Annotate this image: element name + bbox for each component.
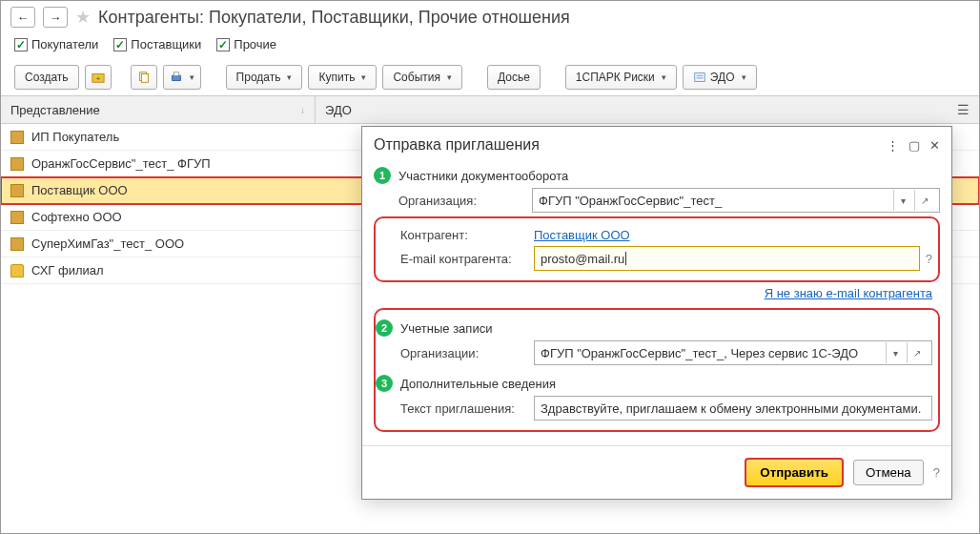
forward-button[interactable]: → [43, 7, 68, 28]
filter-label: Поставщики [131, 37, 201, 51]
filter-label: Прочие [234, 37, 276, 51]
item-icon [10, 184, 24, 197]
new-folder-button[interactable]: + [85, 65, 112, 90]
item-label: ИП Покупатель [31, 130, 119, 144]
contractor-link[interactable]: Поставщик ООО [534, 228, 630, 242]
checkbox-icon [216, 38, 230, 51]
copy-button[interactable] [131, 65, 157, 90]
item-icon [10, 237, 24, 251]
unknown-email-link[interactable]: Я не знаю e-mail контрагента [765, 286, 932, 300]
cancel-button[interactable]: Отмена [853, 460, 924, 485]
step-1-label: Участники документооборота [398, 169, 568, 183]
step-1-badge: 1 [374, 167, 391, 184]
close-icon[interactable]: ✕ [929, 138, 940, 153]
maximize-icon[interactable]: ▢ [909, 138, 920, 153]
create-button[interactable]: Создать [14, 65, 79, 90]
dossier-button[interactable]: Досье [487, 65, 541, 90]
item-label: СуперХимГаз"_тест_ ООО [31, 236, 184, 251]
dropdown-icon[interactable]: ▾ [893, 190, 912, 211]
folder-plus-icon: + [92, 71, 105, 84]
svg-rect-6 [695, 73, 705, 82]
folder-icon [10, 264, 24, 277]
button-label: Продать [236, 71, 281, 84]
item-icon [10, 211, 24, 224]
svg-rect-3 [141, 74, 148, 83]
button-label: 1СПАРК Риски [576, 71, 655, 84]
page-title: Контрагенты: Покупатели, Поставщики, Про… [98, 8, 570, 28]
button-label: События [393, 71, 440, 84]
column-label: ЭДО [325, 103, 352, 117]
accounts-input[interactable]: ФГУП "ОранжГосСервис"_тест_, Через серви… [534, 340, 932, 365]
email-value: prosto@mail.ru [541, 252, 624, 266]
send-button[interactable]: Отправить [745, 458, 844, 487]
svg-rect-4 [172, 75, 180, 80]
sort-indicator-icon: ↓ [300, 105, 305, 115]
filter-suppliers[interactable]: Поставщики [113, 37, 201, 51]
org-label: Организация: [398, 194, 532, 208]
button-label: Создать [25, 71, 69, 84]
invite-text-value: Здравствуйте, приглашаем к обмену электр… [541, 401, 921, 416]
accounts-value: ФГУП "ОранжГосСервис"_тест_, Через серви… [541, 346, 858, 360]
item-label: Поставщик ООО [31, 183, 128, 197]
column-label: Представление [10, 103, 100, 117]
printer-icon [170, 71, 183, 84]
filter-buyers[interactable]: Покупатели [14, 37, 98, 51]
invite-text-label: Текст приглашения: [400, 401, 534, 416]
step-2-label: Учетные записи [400, 321, 492, 336]
button-label: ЭДО [710, 71, 735, 84]
filter-label: Покупатели [31, 37, 98, 51]
step-2-badge: 2 [376, 319, 393, 337]
item-icon [10, 157, 24, 171]
list-view-icon[interactable]: ☰ [957, 102, 970, 117]
item-label: ОранжГосСервис"_тест_ ФГУП [31, 156, 211, 171]
email-input[interactable]: prosto@mail.ru [534, 246, 920, 271]
buy-button[interactable]: Купить [308, 65, 377, 90]
column-header-edo[interactable]: ЭДО ☰ [316, 96, 979, 123]
email-label: E-mail контрагента: [400, 252, 534, 266]
spark-risks-button[interactable]: 1СПАРК Риски [565, 65, 677, 90]
highlight-contractor-block: Контрагент: Поставщик ООО E-mail контраг… [374, 216, 940, 282]
help-icon[interactable]: ? [933, 465, 940, 480]
edo-button[interactable]: ЭДО [683, 65, 757, 90]
checkbox-icon [14, 38, 28, 51]
invite-text-input[interactable]: Здравствуйте, приглашаем к обмену электр… [534, 396, 932, 421]
filter-others[interactable]: Прочие [216, 37, 276, 51]
send-invitation-dialog: Отправка приглашения ⋮ ▢ ✕ 1 Участники д… [361, 126, 952, 500]
print-button[interactable] [163, 65, 201, 90]
step-3-badge: 3 [376, 375, 393, 392]
button-label: Купить [318, 71, 355, 84]
highlight-accounts-block: 2 Учетные записи Организации: ФГУП "Оран… [374, 308, 940, 432]
copy-icon [137, 71, 151, 84]
open-icon[interactable]: ↗ [914, 190, 933, 211]
svg-rect-5 [174, 72, 178, 76]
back-button[interactable]: ← [10, 7, 35, 28]
dropdown-icon[interactable]: ▾ [886, 342, 905, 363]
step-3-label: Дополнительные сведения [400, 377, 556, 391]
item-icon [10, 131, 24, 144]
events-button[interactable]: События [382, 65, 462, 90]
sell-button[interactable]: Продать [226, 65, 303, 90]
text-cursor [625, 252, 626, 265]
column-header-name[interactable]: Представление ↓ [1, 96, 316, 123]
item-label: Софтехно ООО [31, 210, 122, 224]
open-icon[interactable]: ↗ [907, 342, 926, 363]
more-icon[interactable]: ⋮ [887, 138, 899, 153]
item-label: СХГ филиал [31, 263, 104, 277]
button-label: Досье [498, 71, 530, 84]
org-value: ФГУП "ОранжГосСервис"_тест_ [539, 194, 722, 208]
dialog-title: Отправка приглашения [374, 136, 540, 154]
help-icon[interactable]: ? [926, 252, 932, 266]
favorite-star-icon[interactable]: ★ [75, 7, 91, 28]
accounts-label: Организации: [400, 346, 534, 360]
svg-text:+: + [95, 74, 100, 83]
org-input[interactable]: ФГУП "ОранжГосСервис"_тест_ ▾ ↗ [532, 188, 940, 213]
checkbox-icon [113, 38, 127, 51]
edo-icon [693, 71, 706, 84]
contractor-label: Контрагент: [400, 228, 534, 242]
